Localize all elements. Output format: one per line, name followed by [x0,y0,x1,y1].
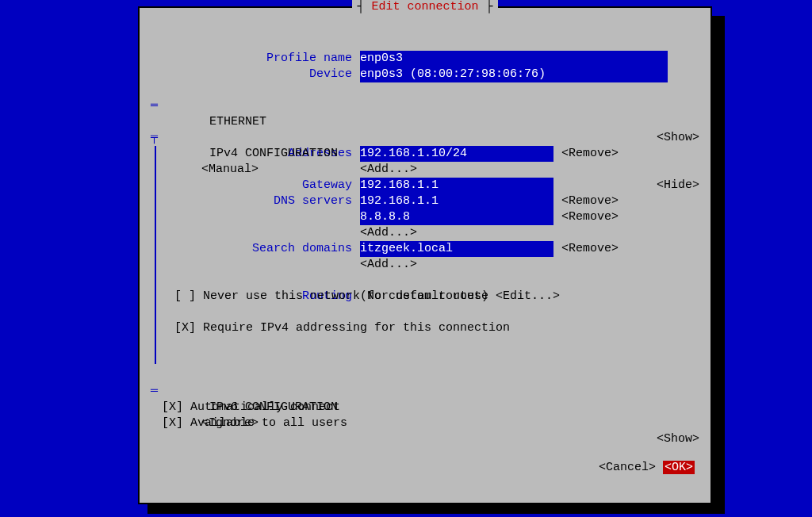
dns-remove-2[interactable]: <Remove> [561,209,619,225]
gateway-input[interactable]: 192.168.1.1 [360,178,553,193]
search-domain-input-1[interactable]: itzgeek.local [360,241,553,257]
profile-name-label: Profile name [193,51,352,67]
ipv6-mode-select[interactable]: <Ignore> [201,416,259,431]
dns-add-button[interactable]: <Add...> [360,225,417,241]
ethernet-show-button[interactable]: <Show> [657,130,699,146]
ok-button[interactable]: <OK> [663,461,695,474]
device-input[interactable]: enp0s3 (08:00:27:98:06:76) [360,67,668,82]
ipv4-marker-top: ╤ [151,130,158,146]
dns-label: DNS servers [193,193,352,209]
dns-remove-1[interactable]: <Remove> [561,193,619,209]
device-label: Device [193,67,352,82]
ipv6-marker: ═ [151,384,158,400]
address-remove-1[interactable]: <Remove> [561,146,619,162]
address-add-button[interactable]: <Add...> [360,162,417,178]
gateway-label: Gateway [193,178,352,193]
never-default-checkbox[interactable]: [ ] Never use this network for default r… [174,289,699,304]
ipv6-section: IPv6 CONFIGURATION [209,400,338,414]
edit-connection-dialog: ┤ Edit connection ├ Profile nameenp0s3 D… [138,6,712,504]
ipv4-tree-line [155,146,156,364]
cancel-button[interactable]: <Cancel> [599,461,656,474]
ethernet-marker: ═ [151,98,158,114]
search-domains-label: Search domains [193,241,352,257]
ipv6-show-button[interactable]: <Show> [657,431,699,447]
ipv4-hide-button[interactable]: <Hide> [657,178,699,193]
address-input-1[interactable]: 192.168.1.10/24 [360,146,553,162]
ipv4-mode-select[interactable]: <Manual> [201,162,259,178]
search-domain-remove-1[interactable]: <Remove> [561,241,619,257]
routing-edit-button[interactable]: <Edit...> [496,289,560,304]
require-ipv4-checkbox[interactable]: [X] Require IPv4 addressing for this con… [174,320,699,336]
search-domain-add-button[interactable]: <Add...> [360,257,417,273]
dns-input-2[interactable]: 8.8.8.8 [360,209,553,225]
dns-input-1[interactable]: 192.168.1.1 [360,193,553,209]
ipv4-section: IPv4 CONFIGURATION [209,147,338,160]
dialog-title: Edit connection [371,0,478,13]
profile-name-input[interactable]: enp0s3 [360,51,668,67]
